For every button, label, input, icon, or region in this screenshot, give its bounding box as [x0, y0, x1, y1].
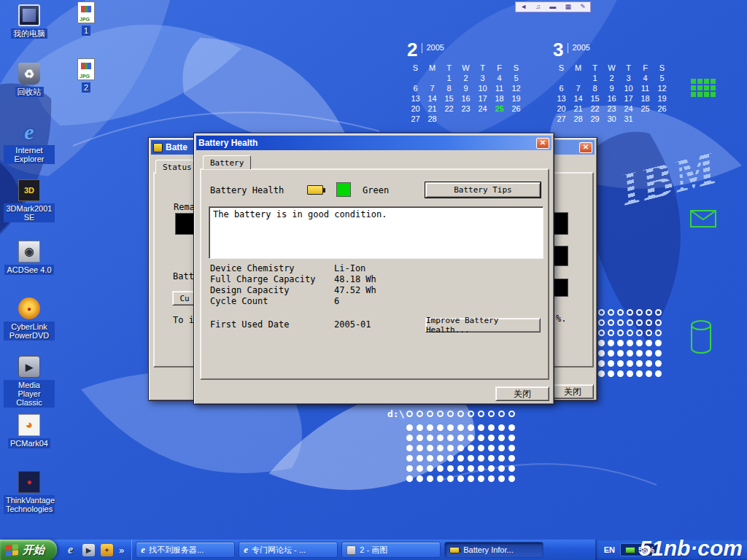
field-label: First Used Date: [210, 319, 334, 330]
calendar-day: 31: [620, 114, 637, 123]
calendar-dow: S: [654, 63, 670, 72]
calendar-day: [553, 74, 570, 82]
quick-launch-media-icon[interactable]: ▶: [82, 544, 95, 556]
calendar-dow: T: [441, 63, 457, 72]
task-button-label: 找不到服务器...: [149, 545, 204, 556]
calendar-day: 19: [508, 94, 525, 103]
desktop-icon-ie[interactable]: eInternet Explorer: [3, 121, 55, 164]
calendar-day: 8: [441, 84, 457, 93]
pcmark-icon: ◕: [18, 414, 40, 436]
tray-battery-icon: [625, 547, 635, 553]
task-button-2[interactable]: e专门网论坛 - ...: [239, 542, 338, 558]
mute-icon[interactable]: ▬: [549, 4, 556, 10]
desktop-icon-pcmark[interactable]: ◕PCMark04: [3, 414, 55, 448]
quick-launch-more-chevron[interactable]: »: [119, 545, 124, 556]
volume-up-icon[interactable]: ♫: [535, 4, 541, 10]
calendar-day: [491, 114, 508, 123]
calendar-day: 13: [553, 94, 570, 103]
task-button-4[interactable]: Battery Infor...: [444, 542, 543, 558]
calendar-dow: T: [474, 63, 491, 72]
desktop-icon-label: CyberLink PowerDVD: [4, 322, 55, 341]
desktop-icon-mark3d[interactable]: 3D3DMark2001 SE: [3, 179, 55, 222]
calendar-day: 15: [441, 94, 457, 103]
battery-health-title: Battery Health: [198, 138, 258, 148]
calendar-day: 12: [508, 84, 525, 93]
desktop-icon-thinkvantage[interactable]: ●ThinkVantage Technologies: [3, 471, 55, 514]
ie-task-icon: e: [244, 544, 248, 556]
start-button[interactable]: 开始: [0, 540, 57, 560]
calendar-day: 10: [620, 84, 637, 93]
close-icon[interactable]: ✕: [579, 142, 592, 153]
quick-launch-app-icon[interactable]: ✦: [101, 544, 113, 556]
calendar-day: 8: [587, 84, 603, 93]
task-button-3[interactable]: 2 - 画图: [341, 542, 441, 558]
calendar-day: 25: [491, 104, 508, 113]
percent-label: %.: [556, 314, 566, 324]
calendar-day: 18: [491, 94, 508, 103]
first-used-row: First Used Date 2005-01: [210, 319, 371, 330]
quick-launch-ie-icon[interactable]: e: [64, 544, 77, 556]
tab-battery[interactable]: Battery: [203, 155, 251, 169]
ie-icon: e: [18, 121, 40, 143]
calendar-day: 9: [457, 84, 474, 93]
desktop-icon-my-computer[interactable]: 我的电脑: [3, 4, 55, 39]
calendar-day: 2: [457, 74, 474, 82]
battery-health-titlebar[interactable]: Battery Health ✕: [196, 136, 551, 150]
thinkvantage-icon: ●: [18, 471, 40, 493]
condition-textbox[interactable]: The battery is in good condition.: [209, 206, 543, 259]
battery-gauge-left: [175, 213, 196, 235]
battery-health-dialog[interactable]: Battery Health ✕ Battery Battery Health …: [193, 133, 554, 405]
close-button-health[interactable]: 关闭: [495, 386, 549, 401]
calendar-day: 26: [654, 104, 670, 113]
desktop-icon-acdsee[interactable]: ◉ACDSee 4.0: [3, 241, 55, 275]
windows-flag-icon: [6, 544, 18, 556]
calendar-month-number: 3: [553, 40, 563, 59]
battery-icon: [307, 185, 323, 195]
volume-toolbar[interactable]: ◄♫▬▦✎: [515, 1, 591, 12]
calendar-day: 29: [587, 114, 603, 123]
dots-pattern-right: [598, 309, 665, 377]
calendar-day: 26: [508, 104, 525, 113]
calendar-day: 19: [654, 94, 670, 103]
calendar-day: 28: [424, 114, 441, 123]
drive-label: d:\: [387, 408, 404, 419]
thinkpad-button-icon[interactable]: ▦: [565, 4, 572, 10]
file-icon-jpg-1[interactable]: JPG1: [66, 1, 107, 36]
dots-pattern-center: [406, 424, 519, 482]
calendar-day: 6: [407, 84, 424, 93]
calendar-day: 5: [654, 74, 670, 82]
dots-row-center: [406, 411, 519, 417]
close-button-info[interactable]: 关闭: [551, 384, 594, 399]
calendar-day: 24: [474, 104, 491, 113]
task-button-1[interactable]: e找不到服务器...: [136, 542, 235, 558]
keyboard-light-icon[interactable]: ✎: [580, 4, 586, 10]
tab-status[interactable]: Status: [155, 160, 199, 174]
desktop-icon-mpc[interactable]: ▶Media Player Classic: [3, 356, 55, 408]
calendar-day: 20: [553, 104, 570, 113]
calendar-day: 23: [457, 104, 474, 113]
battery-tab-panel: Battery Health Green Battery Tips The ba…: [200, 168, 549, 380]
acdsee-icon: ◉: [18, 241, 40, 262]
desktop-icon-powerdvd[interactable]: ●CyberLink PowerDVD: [3, 298, 55, 341]
calendar-dow: M: [424, 63, 441, 72]
file-icon-jpg-2[interactable]: JPG2: [66, 58, 107, 93]
calendar-day: 12: [654, 84, 670, 93]
calendar-day: [441, 114, 457, 123]
volume-down-icon[interactable]: ◄: [520, 4, 527, 10]
desktop-icon-label: ThinkVantage Technologies: [4, 495, 55, 514]
battery-health-label: Battery Health: [210, 185, 284, 195]
desktop-icon-label: Media Player Classic: [4, 380, 55, 408]
battery-tips-button[interactable]: Battery Tips: [425, 182, 541, 198]
health-status-text: Green: [363, 185, 389, 195]
field-value: 48.18 Wh: [334, 274, 376, 285]
calendar-day: 27: [553, 114, 570, 123]
field-label: Device Chemistry: [210, 263, 334, 274]
battery-details: Device ChemistryLi-IonFull Charge Capaci…: [210, 263, 376, 307]
desktop-icon-label: PCMark04: [8, 438, 50, 448]
start-label: 开始: [23, 543, 44, 557]
improve-battery-health-button[interactable]: Improve Battery Health...: [425, 318, 541, 332]
calendar-day: 24: [620, 104, 637, 113]
desktop-icon-recycle-bin[interactable]: ♻回收站: [3, 63, 55, 97]
language-indicator[interactable]: EN: [604, 545, 615, 554]
close-icon[interactable]: ✕: [536, 138, 549, 149]
